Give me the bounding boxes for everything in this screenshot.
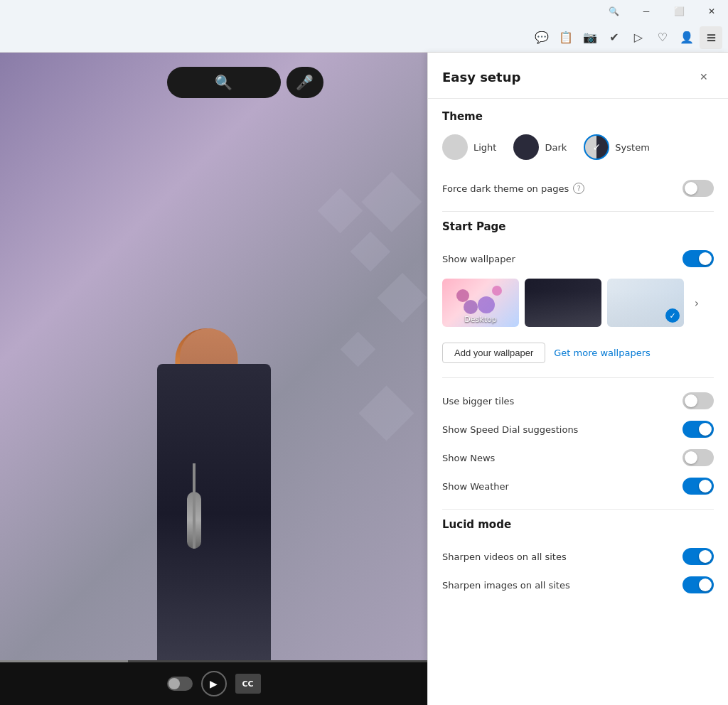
start-page-section-title: Start Page [428, 220, 728, 244]
panel-title: Easy setup [442, 70, 520, 85]
titlebar: 🔍 ─ ⬜ ✕ [0, 0, 728, 23]
theme-label-system: System [615, 142, 649, 153]
video-background: 🔍 🎤 [0, 53, 427, 662]
wallpaper-next-button[interactable]: › [690, 296, 704, 310]
wallpaper-buttons: Add your wallpaper Get more wallpapers [428, 335, 728, 369]
video-controls: ▶ CC [0, 662, 427, 705]
screenshot-icon[interactable]: 📷 [579, 26, 601, 49]
sharpen-videos-toggle[interactable] [682, 548, 714, 565]
force-dark-toggle[interactable] [682, 180, 714, 197]
autoplay-toggle[interactable] [167, 677, 193, 691]
mic-button[interactable]: 🎤 [287, 67, 323, 98]
video-person [93, 250, 335, 662]
theme-divider [442, 211, 714, 212]
sharpen-images-row: Sharpen images on all sites [428, 571, 728, 599]
get-more-wallpapers-link[interactable]: Get more wallpapers [554, 348, 651, 358]
show-weather-label: Show Weather [442, 481, 509, 492]
speed-dial-row: Show Speed Dial suggestions [428, 415, 728, 443]
wallpaper-dark-hands[interactable] [525, 279, 601, 327]
search-button[interactable]: 🔍 [167, 67, 281, 98]
sidebar-icon[interactable]: 💬 [530, 26, 553, 49]
theme-label-light: Light [473, 142, 496, 153]
show-news-row: Show News [428, 443, 728, 472]
sharpen-videos-label: Sharpen videos on all sites [442, 551, 567, 562]
lucid-section: Lucid mode Sharpen videos on all sites S… [428, 518, 728, 613]
show-wallpaper-toggle[interactable] [682, 250, 714, 267]
speed-dial-label: Show Speed Dial suggestions [442, 424, 578, 435]
start-page-divider [442, 509, 714, 510]
edge-check-icon[interactable]: ✔ [603, 26, 626, 49]
wallpaper-light-hands[interactable]: ✓ [607, 279, 684, 327]
sharpen-images-toggle[interactable] [682, 576, 714, 593]
browser-toolbar: 💬 📋 📷 ✔ ▷ ♡ 👤 ≡ [0, 23, 728, 53]
bigger-tiles-label: Use bigger tiles [442, 396, 514, 407]
sharpen-videos-row: Sharpen videos on all sites [428, 542, 728, 571]
theme-circle-light [442, 134, 468, 160]
show-news-label: Show News [442, 453, 495, 463]
wallpaper-row: Desktop ✓ › [442, 279, 714, 327]
show-weather-row: Show Weather [428, 472, 728, 500]
theme-option-dark[interactable]: Dark [513, 134, 567, 160]
theme-options: Light Dark ✓ System [428, 134, 728, 174]
show-weather-toggle[interactable] [682, 478, 714, 495]
theme-option-light[interactable]: Light [442, 134, 496, 160]
minimize-button[interactable]: ─ [630, 0, 663, 23]
show-wallpaper-label: Show wallpaper [442, 254, 515, 264]
show-wallpaper-row: Show wallpaper [428, 244, 728, 273]
video-progress-bar[interactable] [0, 660, 427, 662]
force-dark-label: Force dark theme on pages ? [442, 183, 584, 194]
add-wallpaper-button[interactable]: Add your wallpaper [442, 343, 545, 363]
theme-circle-dark [513, 134, 539, 160]
theme-label-dark: Dark [545, 142, 567, 153]
header-divider [428, 98, 728, 99]
wallpaper-desktop-label: Desktop [442, 315, 519, 324]
easy-setup-panel: Easy setup ✕ Theme Light Dark ✓ System [427, 53, 728, 705]
search-overlay: 🔍 🎤 [167, 67, 323, 98]
maximize-button[interactable]: ⬜ [663, 0, 695, 23]
theme-circle-system: ✓ [584, 134, 609, 160]
profile-icon[interactable]: 👤 [675, 26, 698, 49]
panel-header: Easy setup ✕ [428, 53, 728, 98]
force-dark-help-icon[interactable]: ? [573, 183, 584, 194]
system-check-icon: ✓ [592, 141, 601, 153]
wallpaper-selected-check: ✓ [665, 308, 680, 323]
search-titlebar-button[interactable]: 🔍 [597, 0, 630, 23]
wallpaper-section: Desktop ✓ › [428, 273, 728, 335]
play-button[interactable]: ▶ [201, 671, 227, 696]
progress-fill [0, 660, 128, 662]
share-icon[interactable]: 📋 [555, 26, 577, 49]
close-button[interactable]: ✕ [695, 0, 728, 23]
send-icon[interactable]: ▷ [627, 26, 650, 49]
sharpen-images-label: Sharpen images on all sites [442, 580, 570, 591]
lucid-mode-title: Lucid mode [428, 518, 728, 542]
wallpaper-divider [442, 377, 714, 378]
menu-icon[interactable]: ≡ [700, 26, 722, 49]
favorites-icon[interactable]: ♡ [651, 26, 674, 49]
main-area: 🔍 🎤 [0, 53, 728, 705]
video-area: 🔍 🎤 [0, 53, 427, 705]
bigger-tiles-toggle[interactable] [682, 392, 714, 409]
speed-dial-toggle[interactable] [682, 421, 714, 438]
cc-button[interactable]: CC [235, 674, 261, 694]
wallpaper-desktop[interactable]: Desktop [442, 279, 519, 327]
bigger-tiles-row: Use bigger tiles [428, 387, 728, 415]
show-news-toggle[interactable] [682, 449, 714, 466]
force-dark-row: Force dark theme on pages ? [428, 174, 728, 203]
theme-option-system[interactable]: ✓ System [584, 134, 649, 160]
panel-close-button[interactable]: ✕ [694, 67, 714, 87]
theme-section-title: Theme [428, 110, 728, 134]
